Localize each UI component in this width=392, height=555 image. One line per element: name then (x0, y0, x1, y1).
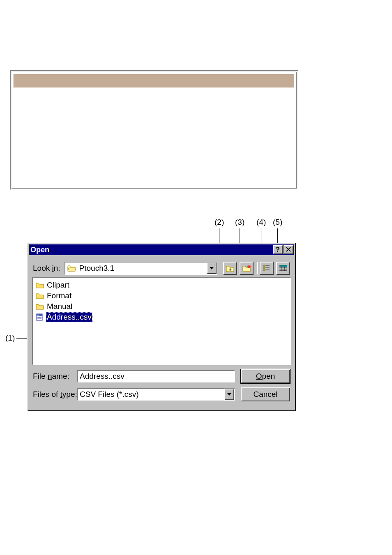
list-item-label: Address..csv (46, 312, 92, 322)
svg-rect-4 (263, 265, 265, 267)
folder-new-icon (242, 264, 251, 272)
callout-4-line (261, 228, 261, 245)
look-in-value: Ptouch3.1 (79, 264, 207, 273)
chevron-down-icon (227, 393, 231, 396)
file-name-input[interactable] (77, 370, 235, 382)
close-icon (286, 246, 291, 253)
new-folder-button[interactable] (240, 262, 254, 275)
look-in-dropdown-arrow[interactable] (207, 263, 217, 274)
dialog-title: Open (30, 246, 273, 254)
callout-3: (3) (235, 218, 244, 227)
callout-5-line (277, 228, 278, 245)
look-in-label: Look in: (33, 264, 60, 273)
list-item[interactable]: Format (35, 290, 72, 301)
svg-rect-6 (263, 267, 265, 269)
list-item-label: Manual (46, 302, 73, 311)
list-item[interactable]: Clipart (35, 280, 70, 290)
file-type-label: Files of type: (33, 390, 77, 399)
list-item[interactable]: Manual (35, 301, 73, 312)
csv-file-icon: a (35, 313, 44, 321)
details-view-button[interactable] (276, 262, 290, 275)
file-type-combo[interactable]: CSV Files (*.csv) (77, 388, 235, 401)
open-button[interactable]: Open (241, 369, 290, 383)
list-item-label: Clipart (46, 280, 70, 290)
folder-up-icon (226, 264, 235, 272)
help-button[interactable]: ? (273, 245, 283, 254)
list-item[interactable]: a Address..csv (35, 312, 92, 322)
look-in-row: Look in: Ptouch3.1 (33, 261, 290, 276)
callout-3-line (240, 228, 240, 245)
svg-rect-8 (263, 269, 265, 271)
cancel-button[interactable]: Cancel (241, 387, 290, 401)
upper-panel-header (14, 74, 295, 88)
callout-1: (1) (5, 334, 15, 343)
file-name-row: File name: Open (33, 369, 290, 383)
folder-icon (35, 302, 44, 311)
callout-5: (5) (273, 218, 282, 227)
chevron-down-icon (210, 267, 214, 269)
question-icon: ? (276, 246, 280, 253)
open-dialog: Open ? Look in: Ptouch3.1 (27, 243, 296, 411)
up-one-level-button[interactable] (223, 262, 237, 275)
close-button[interactable] (284, 245, 293, 254)
file-type-dropdown-arrow[interactable] (224, 389, 234, 400)
callout-2: (2) (214, 218, 224, 227)
toolbar-separator (257, 262, 257, 274)
upper-panel-inner (12, 72, 297, 189)
folder-icon (35, 281, 44, 289)
folder-icon (35, 292, 44, 300)
details-icon (279, 265, 287, 272)
list-view-button[interactable] (260, 262, 274, 275)
file-type-row: Files of type: CSV Files (*.csv) Cancel (33, 387, 290, 401)
list-item-label: Format (46, 291, 72, 301)
upper-panel (10, 70, 298, 190)
callout-2-line (219, 228, 219, 245)
svg-text:a: a (37, 314, 39, 316)
callout-4: (4) (256, 218, 266, 227)
file-type-value: CSV Files (*.csv) (80, 390, 224, 399)
file-list[interactable]: Clipart Format Manual a (32, 277, 291, 365)
folder-open-icon (67, 264, 77, 272)
titlebar[interactable]: Open ? (29, 244, 294, 255)
look-in-combo[interactable]: Ptouch3.1 (65, 262, 217, 275)
list-icon (263, 265, 270, 272)
file-name-label: File name: (33, 372, 77, 381)
svg-rect-10 (279, 265, 287, 267)
